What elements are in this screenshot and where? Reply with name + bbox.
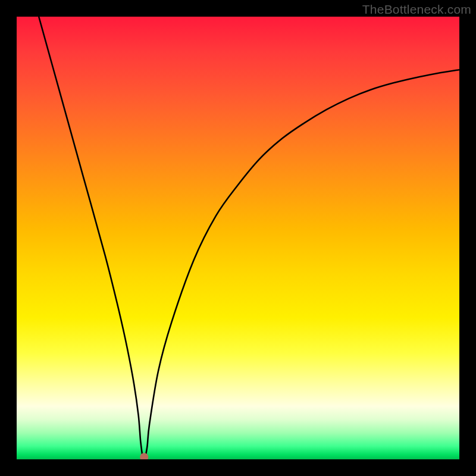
watermark-text: TheBottleneck.com bbox=[362, 2, 471, 17]
chart-outer-frame bbox=[0, 0, 476, 476]
plot-area bbox=[17, 17, 459, 459]
